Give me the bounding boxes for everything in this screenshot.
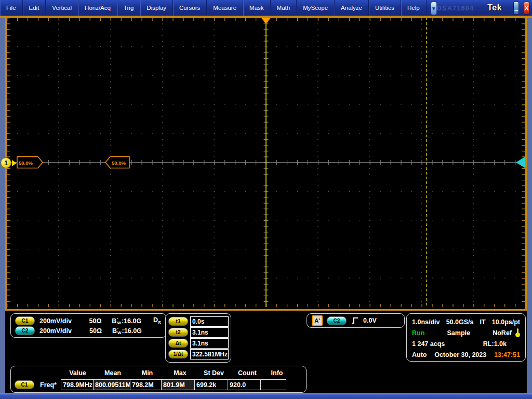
meas-col-header-value: Value bbox=[61, 369, 94, 377]
menu-item-mask[interactable]: Mask bbox=[243, 0, 270, 16]
interp-mode: IT bbox=[480, 318, 486, 326]
meas-col-header-mean: Mean bbox=[94, 369, 131, 377]
ch1-bandwidth: B ′W :16.0G bbox=[112, 317, 153, 325]
cursor-row-delta-t: Δt3.1ns bbox=[168, 338, 229, 349]
minimize-icon: – bbox=[514, 6, 518, 14]
resolution: 10.0ps/pt bbox=[492, 318, 520, 326]
meas-cell-min: 798.2M bbox=[130, 379, 162, 390]
horizontal-settings-row: 1.0ns/div 50.0GS/s IT 10.0ps/pt bbox=[412, 316, 520, 327]
ch2-badge[interactable]: C2 bbox=[15, 326, 35, 335]
menu-item-myscope[interactable]: MyScope bbox=[297, 0, 335, 16]
trigger-level: 0.0V bbox=[363, 317, 377, 324]
meas-col-header-stdev: St Dev bbox=[197, 369, 231, 377]
meas-cell-mean: 800.09511M bbox=[93, 379, 130, 390]
acq-count-row: 1 247 acqs RL:1.0k bbox=[412, 338, 520, 349]
ref-level-tag-right-label: 50.0% bbox=[112, 160, 126, 166]
menu-item-utilities[interactable]: Utilities bbox=[369, 0, 401, 16]
ch1-scale: 200mV/div bbox=[39, 317, 89, 325]
menu-item-edit[interactable]: Edit bbox=[23, 0, 46, 16]
measurement-panel: ValueMeanMinMaxSt DevCountInfo C1Freq*79… bbox=[10, 366, 307, 393]
measurement-name: Freq* bbox=[40, 381, 57, 389]
acquisition-state-row: Run Sample NoRef bbox=[412, 327, 520, 338]
trigger-level-arrow[interactable] bbox=[516, 157, 525, 168]
meas-cell-value: 798.9MHz bbox=[61, 379, 94, 390]
ref-level-tag-left-label: 50.0% bbox=[19, 160, 33, 166]
menu-item-analyze[interactable]: Analyze bbox=[335, 0, 369, 16]
menu-item-file[interactable]: File bbox=[0, 0, 23, 16]
ch2-readout-row: C2 200mV/div 50Ω B ′W :16.0G bbox=[15, 326, 162, 336]
trigger-readout-panel: A' C2 0.0V bbox=[307, 313, 405, 328]
scope-graticule: 50.0%50.0% bbox=[7, 18, 525, 307]
ref-state: NoRef bbox=[493, 329, 512, 337]
measurement-row: C1Freq*798.9MHz800.09511M798.2M801.9M699… bbox=[11, 378, 306, 391]
ch1-badge[interactable]: C1 bbox=[15, 316, 35, 325]
menu-item-vertical[interactable]: Vertical bbox=[46, 0, 78, 16]
close-button[interactable]: X bbox=[524, 2, 529, 15]
cursor-t1-button[interactable]: t1 bbox=[168, 317, 188, 326]
menu-item-cursors[interactable]: Cursors bbox=[173, 0, 207, 16]
run-state: Run bbox=[412, 329, 424, 337]
timebase: 1.0ns/div bbox=[412, 318, 440, 326]
measurement-label: C1Freq* bbox=[11, 380, 61, 389]
sample-rate: 50.0GS/s bbox=[446, 318, 474, 326]
thermometer-icon bbox=[515, 328, 520, 337]
meas-col-header-min: Min bbox=[131, 369, 163, 377]
cursor-t2-button[interactable]: t2 bbox=[168, 328, 188, 337]
menu-items: FileEditVerticalHoriz/AcqTrigDisplayCurs… bbox=[0, 0, 427, 16]
meas-col-header-count: Count bbox=[231, 369, 264, 377]
record-length: RL:1.0k bbox=[483, 340, 520, 348]
trigger-mode: Auto bbox=[412, 351, 427, 358]
menu-item-horizacq[interactable]: Horiz/Acq bbox=[78, 0, 117, 16]
model-label: DSA71604 bbox=[437, 4, 474, 12]
channel-readout-panel: C1 200mV/div 50Ω B ′W :16.0G DS C2 200mV… bbox=[10, 313, 167, 338]
menu-item-help[interactable]: Help bbox=[401, 0, 427, 16]
minimize-button[interactable]: – bbox=[513, 2, 519, 15]
meas-col-header-info: Info bbox=[264, 369, 290, 377]
ch1-readout-row: C1 200mV/div 50Ω B ′W :16.0G DS bbox=[15, 316, 162, 326]
menu-item-measure[interactable]: Measure bbox=[207, 0, 243, 16]
menu-bar: FileEditVerticalHoriz/AcqTrigDisplayCurs… bbox=[0, 0, 532, 16]
cursor-delta-t-button[interactable]: Δt bbox=[168, 339, 188, 348]
cursor-row-t1: t10.0s bbox=[168, 316, 229, 327]
meas-cell-info bbox=[260, 379, 286, 390]
acq-count: 1 247 acqs bbox=[412, 340, 445, 348]
acq-mode: Sample bbox=[447, 329, 470, 337]
menu-item-math[interactable]: Math bbox=[271, 0, 297, 16]
meas-source-badge[interactable]: C1 bbox=[15, 380, 34, 389]
ch1-termination: 50Ω bbox=[89, 317, 112, 325]
trigger-source-badge[interactable]: C2 bbox=[327, 316, 347, 325]
ch2-scale: 200mV/div bbox=[39, 327, 89, 335]
trigger-event-badge[interactable]: A' bbox=[312, 315, 323, 326]
ch1-position-marker[interactable]: 1 bbox=[1, 157, 17, 168]
menu-dropdown-button[interactable]: ▼ bbox=[431, 2, 437, 15]
bottom-taskbar-strip bbox=[0, 393, 532, 399]
trigger-position-marker[interactable] bbox=[261, 18, 271, 24]
time: 13:47:51 bbox=[494, 351, 520, 358]
cursor-t1-value[interactable]: 0.0s bbox=[190, 316, 229, 327]
menu-item-display[interactable]: Display bbox=[140, 0, 173, 16]
rising-edge-icon bbox=[351, 316, 359, 325]
date: October 30, 2023 bbox=[434, 351, 486, 358]
meas-cell-max: 801.9M bbox=[161, 379, 195, 390]
display-top-border bbox=[0, 16, 532, 18]
meas-col-header-max: Max bbox=[163, 369, 197, 377]
cursor-readout-panel: t10.0st23.1nsΔt3.1ns1/Δt322.581MHz bbox=[165, 313, 231, 363]
ch1-sampling-flag: DS bbox=[153, 316, 161, 325]
menu-item-trig[interactable]: Trig bbox=[117, 0, 140, 16]
chevron-down-icon: ▼ bbox=[431, 6, 436, 11]
cursor-row-t2: t23.1ns bbox=[168, 327, 229, 338]
cursor-t2-value[interactable]: 3.1ns bbox=[190, 327, 229, 338]
cursor-delta-t-value[interactable]: 3.1ns bbox=[190, 338, 229, 349]
acquisition-panel: 1.0ns/div 50.0GS/s IT 10.0ps/pt Run Samp… bbox=[406, 313, 526, 362]
tek-logo: Tek bbox=[487, 3, 502, 12]
cursor-inv-delta-t-button[interactable]: 1/Δt bbox=[168, 350, 188, 358]
oscilloscope-screen: FileEditVerticalHoriz/AcqTrigDisplayCurs… bbox=[0, 0, 532, 399]
ch1-marker-arrow-icon bbox=[12, 160, 17, 166]
ch2-termination: 50Ω bbox=[89, 327, 112, 335]
waveform-display: 50.0%50.0% bbox=[5, 18, 527, 311]
ch2-bandwidth: B ′W :16.0G bbox=[112, 327, 154, 335]
cursor-row-inv-delta-t: 1/Δt322.581MHz bbox=[168, 349, 229, 360]
ref-state-group: NoRef bbox=[493, 328, 520, 337]
cursor-inv-delta-t-value[interactable]: 322.581MHz bbox=[190, 349, 229, 360]
measurement-header: ValueMeanMinMaxSt DevCountInfo bbox=[11, 368, 306, 378]
